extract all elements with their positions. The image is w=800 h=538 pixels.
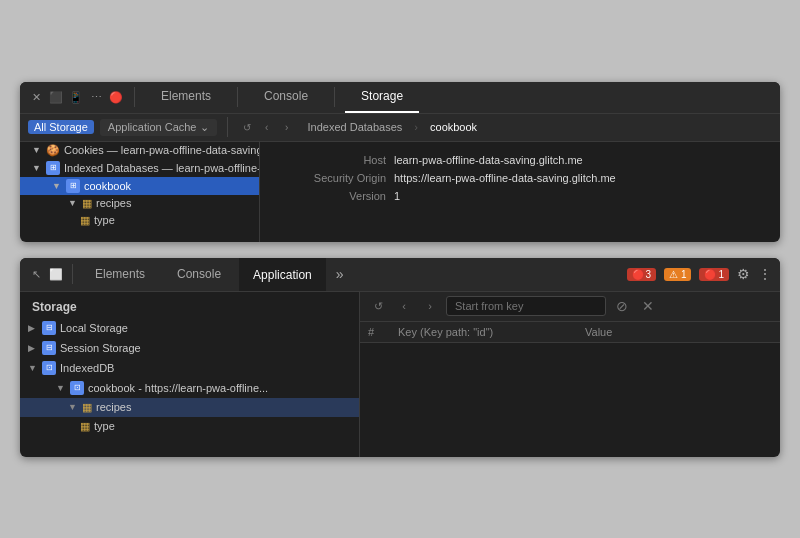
version-label: Version — [276, 190, 386, 202]
close-search-icon[interactable]: ✕ — [638, 298, 658, 314]
top-sidebar: ▼ 🍪 Cookies — learn-pwa-offline-data-sav… — [20, 142, 260, 242]
bottom-sidebar: Storage ▶ ⊟ Local Storage ▶ ⊟ Session St… — [20, 292, 360, 457]
host-label: Host — [276, 154, 386, 166]
device-icon[interactable]: 📱 — [68, 89, 84, 105]
device-icon-2[interactable]: ⬜ — [48, 266, 64, 282]
cursor-icon[interactable]: ↖ — [28, 266, 44, 282]
arrow-idb: ▼ — [32, 163, 42, 173]
recipes-label-bottom: recipes — [96, 401, 131, 413]
cookbook-label: cookbook — [84, 180, 131, 192]
arrow-cookbook: ▼ — [52, 181, 62, 191]
idb-table-header: # Key (Key path: "id") Value — [360, 322, 780, 343]
col-hash: # — [368, 326, 398, 338]
divider — [134, 87, 135, 107]
bottom-tab-elements[interactable]: Elements — [81, 258, 159, 292]
nav-refresh-icon[interactable]: ↺ — [238, 118, 256, 136]
more-options-icon[interactable]: ⋮ — [758, 266, 772, 282]
recipes-folder-icon: ▦ — [82, 197, 92, 210]
bottom-toolbar: ↖ ⬜ Elements Console Application » 🔴 3 ⚠… — [20, 258, 780, 292]
more-icon[interactable]: ⋯ — [88, 89, 104, 105]
sidebar-local-storage[interactable]: ▶ ⊟ Local Storage — [20, 318, 359, 338]
bottom-tab-application[interactable]: Application — [239, 258, 326, 292]
warning-badge: ⚠ 1 — [664, 268, 691, 281]
version-row: Version 1 — [276, 190, 764, 202]
tree-recipes[interactable]: ▼ ▦ recipes — [20, 195, 259, 212]
origin-label: Security Origin — [276, 172, 386, 184]
top-main-info: Host learn-pwa-offline-data-saving.glitc… — [260, 142, 780, 242]
tree-cookies[interactable]: ▼ 🍪 Cookies — learn-pwa-offline-data-sav… — [20, 142, 259, 159]
idb-icon: ⊡ — [42, 361, 56, 375]
error-badge-1: 🔴 3 — [627, 268, 657, 281]
sidebar-recipes[interactable]: ▼ ▦ recipes — [20, 398, 359, 417]
top-content: ▼ 🍪 Cookies — learn-pwa-offline-data-sav… — [20, 142, 780, 242]
recipes-label: recipes — [96, 197, 131, 209]
sidebar-session-storage[interactable]: ▶ ⊟ Session Storage — [20, 338, 359, 358]
local-storage-icon: ⊟ — [42, 321, 56, 335]
type-label-bottom: type — [94, 420, 115, 432]
breadcrumb-cookbook[interactable]: cookbook — [424, 119, 483, 135]
session-storage-icon: ⊟ — [42, 341, 56, 355]
sidebar-indexed-db[interactable]: ▼ ⊡ IndexedDB — [20, 358, 359, 378]
tab-console[interactable]: Console — [248, 82, 324, 114]
toolbar-icons: ✕ ⬛ 📱 ⋯ 🔴 — [28, 89, 124, 105]
tree-type[interactable]: ▦ type — [20, 212, 259, 229]
tab-elements[interactable]: Elements — [145, 82, 227, 114]
local-storage-label: Local Storage — [60, 322, 128, 334]
tree-indexed-db[interactable]: ▼ ⊞ Indexed Databases — learn-pwa-offlin… — [20, 159, 259, 177]
breadcrumb-sep: › — [414, 121, 418, 133]
type-icon: ▦ — [80, 214, 90, 227]
sidebar-cookbook[interactable]: ▼ ⊡ cookbook - https://learn-pwa-offline… — [20, 378, 359, 398]
idb-refresh-icon[interactable]: ↺ — [368, 296, 388, 316]
version-value: 1 — [394, 190, 400, 202]
settings-icon[interactable]: ⚙ — [737, 266, 750, 282]
bottom-tab-console[interactable]: Console — [163, 258, 235, 292]
bottom-divider1 — [72, 264, 73, 284]
application-cache-btn[interactable]: Application Cache ⌄ — [100, 119, 217, 136]
host-row: Host learn-pwa-offline-data-saving.glitc… — [276, 154, 764, 166]
arrow-local-storage: ▶ — [28, 323, 38, 333]
start-from-key-input[interactable] — [446, 296, 606, 316]
origin-value: https://learn-pwa-offline-data-saving.gl… — [394, 172, 616, 184]
clear-search-icon[interactable]: ⊘ — [612, 298, 632, 314]
arrow-recipes-bottom: ▼ — [68, 402, 78, 412]
error-badge-2: 🔴 1 — [699, 268, 729, 281]
db-icon: ⊞ — [46, 161, 60, 175]
arrow-session-storage: ▶ — [28, 343, 38, 353]
sidebar-type[interactable]: ▦ type — [20, 417, 359, 436]
nav-buttons: ↺ ‹ › — [238, 118, 296, 136]
cookbook-label-bottom: cookbook - https://learn-pwa-offline... — [88, 382, 268, 394]
top-nav: All Storage Application Cache ⌄ ↺ ‹ › In… — [20, 114, 780, 142]
arrow-cookbook-bottom: ▼ — [56, 383, 66, 393]
divider3 — [334, 87, 335, 107]
cookie-icon: 🍪 — [46, 144, 60, 157]
more-tabs-icon[interactable]: » — [330, 266, 350, 282]
nav-back-icon[interactable]: ‹ — [258, 118, 276, 136]
top-devtools-panel: ✕ ⬛ 📱 ⋯ 🔴 Elements Console Storage All S… — [20, 82, 780, 242]
nav-forward-icon[interactable]: › — [278, 118, 296, 136]
recipes-icon-bottom: ▦ — [82, 401, 92, 414]
storage-section-title: Storage — [20, 292, 359, 318]
bottom-devtools-panel: ↖ ⬜ Elements Console Application » 🔴 3 ⚠… — [20, 258, 780, 457]
host-value: learn-pwa-offline-data-saving.glitch.me — [394, 154, 583, 166]
cookbook-db-icon: ⊞ — [66, 179, 80, 193]
idb-label: IndexedDB — [60, 362, 114, 374]
inspect-icon[interactable]: ⬛ — [48, 89, 64, 105]
col-key: Key (Key path: "id") — [398, 326, 585, 338]
idb-back-icon[interactable]: ‹ — [394, 296, 414, 316]
tab-storage[interactable]: Storage — [345, 82, 419, 114]
toolbar-right: 🔴 3 ⚠ 1 🔴 1 ⚙ ⋮ — [627, 266, 772, 282]
tree-cookbook[interactable]: ▼ ⊞ cookbook — [20, 177, 259, 195]
all-storage-badge[interactable]: All Storage — [28, 120, 94, 134]
arrow-idb-bottom: ▼ — [28, 363, 38, 373]
top-toolbar: ✕ ⬛ 📱 ⋯ 🔴 Elements Console Storage — [20, 82, 780, 114]
breadcrumb-indexed-db[interactable]: Indexed Databases — [302, 119, 409, 135]
close-icon[interactable]: ✕ — [28, 89, 44, 105]
divider2 — [237, 87, 238, 107]
idb-toolbar: ↺ ‹ › ⊘ ✕ — [360, 292, 780, 322]
nav-divider — [227, 117, 228, 137]
type-icon-bottom: ▦ — [80, 420, 90, 433]
session-storage-label: Session Storage — [60, 342, 141, 354]
idb-forward-icon[interactable]: › — [420, 296, 440, 316]
type-label: type — [94, 214, 115, 226]
cookbook-icon-bottom: ⊡ — [70, 381, 84, 395]
